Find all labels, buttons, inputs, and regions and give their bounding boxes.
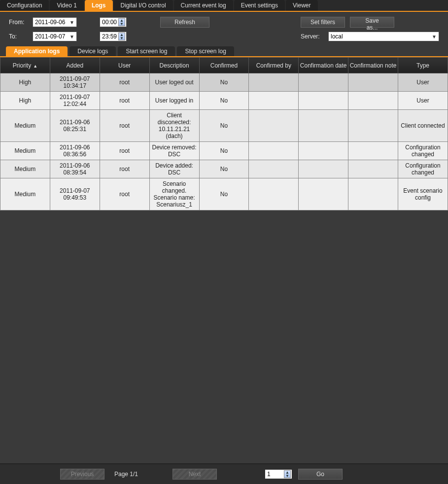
table-row[interactable]: High2011-09-0712:02:44rootUser logged in… <box>0 92 448 110</box>
cell-priority: Medium <box>0 178 50 210</box>
page-label: Page 1/1 <box>114 471 138 478</box>
page-input[interactable]: 1 ▲▼ <box>265 469 292 479</box>
cell-type: Configuration changed <box>398 142 448 160</box>
cell-confirmedBy <box>249 142 299 160</box>
cell-description: Scenario changed. Scenario name: Scenari… <box>149 178 199 210</box>
col-priority[interactable]: Priority▲ <box>0 58 50 73</box>
col-added[interactable]: Added <box>50 58 100 73</box>
main-tab-event-settings[interactable]: Event settings <box>234 0 285 11</box>
cell-confDate <box>299 92 348 110</box>
table-row[interactable]: Medium2011-09-0608:25:31rootClient disco… <box>0 110 448 142</box>
col-confirmed-by[interactable]: Confirmed by <box>249 58 299 73</box>
col-confirmation-date[interactable]: Confirmation date <box>299 58 348 73</box>
filter-area: From: 2011-09-06 ▼ 00:00 ▲▼ Refresh To: … <box>0 12 448 46</box>
cell-priority: High <box>0 73 50 92</box>
cell-added: 2011-09-0608:36:56 <box>50 142 100 160</box>
cell-added: 2011-09-0608:25:31 <box>50 110 100 142</box>
page-input-value: 1 <box>267 471 271 478</box>
cell-confNote <box>348 73 398 92</box>
to-label: To: <box>9 33 29 40</box>
cell-confDate <box>299 178 348 210</box>
to-date-value: 2011-09-07 <box>35 33 65 40</box>
sub-tab-device-logs[interactable]: Device logs <box>69 46 116 56</box>
from-label: From: <box>9 19 29 26</box>
cell-type: Client connected <box>398 110 448 142</box>
log-table-wrap: Priority▲AddedUserDescriptionConfirmedCo… <box>0 57 448 210</box>
col-user[interactable]: User <box>100 58 149 73</box>
cell-description: Device added: DSC <box>149 160 199 178</box>
cell-confDate <box>299 73 348 92</box>
table-row[interactable]: Medium2011-09-0608:36:56rootDevice remov… <box>0 142 448 160</box>
cell-confNote <box>348 110 398 142</box>
previous-button[interactable]: Previous <box>60 469 104 480</box>
cell-priority: High <box>0 92 50 110</box>
cell-description: Device removed: DSC <box>149 142 199 160</box>
main-tabs: ConfigurationVideo 1LogsDigital I/O cont… <box>0 0 448 12</box>
cell-confirmed: No <box>199 110 249 142</box>
sub-tab-stop-screen-log[interactable]: Stop screen log <box>177 46 234 56</box>
table-header-row: Priority▲AddedUserDescriptionConfirmedCo… <box>0 58 448 73</box>
main-tab-logs[interactable]: Logs <box>85 0 113 11</box>
table-row[interactable]: High2011-09-0710:34:17rootUser loged out… <box>0 73 448 92</box>
cell-user: root <box>100 160 149 178</box>
cell-user: root <box>100 178 149 210</box>
col-type[interactable]: Type <box>398 58 448 73</box>
col-confirmed[interactable]: Confirmed <box>199 58 249 73</box>
from-date-value: 2011-09-06 <box>35 19 65 26</box>
cell-confDate <box>299 110 348 142</box>
spinner-icon[interactable]: ▲▼ <box>284 470 291 478</box>
set-filters-button[interactable]: Set filters <box>301 17 345 28</box>
from-date-field[interactable]: 2011-09-06 ▼ <box>33 17 77 27</box>
to-time-field[interactable]: 23:59 ▲▼ <box>100 32 127 41</box>
table-row[interactable]: Medium2011-09-0709:49:53rootScenario cha… <box>0 178 448 210</box>
cell-confirmedBy <box>249 92 299 110</box>
from-time-field[interactable]: 00:00 ▲▼ <box>100 17 127 27</box>
save-as-button[interactable]: Save as... <box>350 17 394 28</box>
cell-confirmed: No <box>199 142 249 160</box>
cell-confirmedBy <box>249 73 299 92</box>
main-tab-current-event-log[interactable]: Current event log <box>174 0 233 11</box>
spinner-icon[interactable]: ▲▼ <box>118 33 125 40</box>
cell-added: 2011-09-0608:39:54 <box>50 160 100 178</box>
cell-confNote <box>348 160 398 178</box>
cell-confirmedBy <box>249 110 299 142</box>
sort-asc-icon: ▲ <box>33 64 37 69</box>
go-button[interactable]: Go <box>298 469 343 480</box>
spinner-icon[interactable]: ▲▼ <box>118 18 125 26</box>
cell-added: 2011-09-0709:49:53 <box>50 178 100 210</box>
main-tab-video-1[interactable]: Video 1 <box>50 0 83 11</box>
cell-confirmed: No <box>199 160 249 178</box>
col-confirmation-note[interactable]: Confirmation note <box>348 58 398 73</box>
refresh-button[interactable]: Refresh <box>160 17 209 28</box>
col-description[interactable]: Description <box>149 58 199 73</box>
chevron-down-icon: ▼ <box>432 34 437 39</box>
sub-tab-start-screen-log[interactable]: Start screen log <box>118 46 175 56</box>
cell-confirmed: No <box>199 73 249 92</box>
sub-tab-application-logs[interactable]: Application logs <box>6 46 68 56</box>
cell-confDate <box>299 142 348 160</box>
main-tab-digital-i-o-control[interactable]: Digital I/O control <box>114 0 173 11</box>
server-select[interactable]: local ▼ <box>328 32 439 41</box>
cell-type: Event scenario config <box>398 178 448 210</box>
cell-confDate <box>299 160 348 178</box>
next-button[interactable]: Next <box>172 469 217 480</box>
to-date-field[interactable]: 2011-09-07 ▼ <box>33 32 77 41</box>
chevron-down-icon: ▼ <box>69 34 74 39</box>
cell-confNote <box>348 92 398 110</box>
from-time-value: 00:00 <box>102 19 117 26</box>
cell-description: User loged out <box>149 73 199 92</box>
sub-tabs: Application logsDevice logsStart screen … <box>0 46 448 57</box>
cell-priority: Medium <box>0 160 50 178</box>
cell-type: User <box>398 73 448 92</box>
pager: Previous Page 1/1 Next 1 ▲▼ Go <box>0 463 448 484</box>
cell-user: root <box>100 142 149 160</box>
cell-description: Client disconected: 10.11.21.21 (dach) <box>149 110 199 142</box>
table-row[interactable]: Medium2011-09-0608:39:54rootDevice added… <box>0 160 448 178</box>
chevron-down-icon: ▼ <box>69 20 74 25</box>
main-tab-viewer[interactable]: Viewer <box>286 0 317 11</box>
cell-user: root <box>100 73 149 92</box>
cell-priority: Medium <box>0 142 50 160</box>
cell-user: root <box>100 110 149 142</box>
cell-confirmedBy <box>249 178 299 210</box>
main-tab-configuration[interactable]: Configuration <box>0 0 49 11</box>
